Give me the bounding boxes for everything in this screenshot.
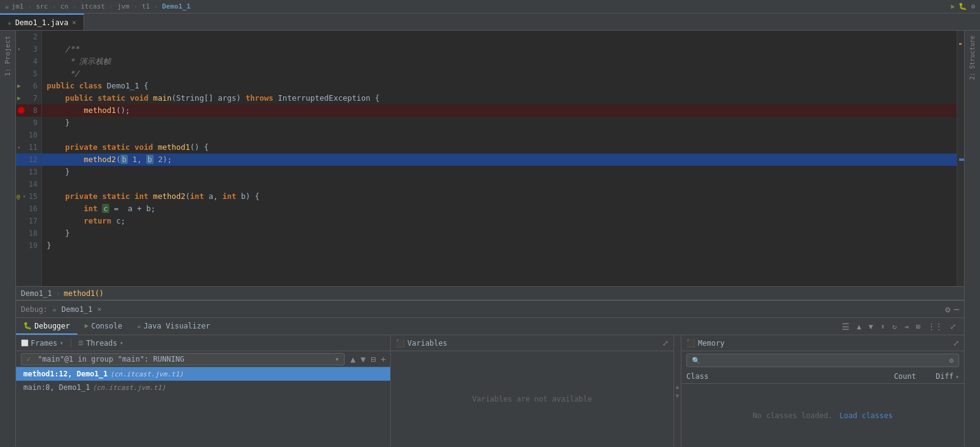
load-classes-link[interactable]: Load classes [839,411,893,420]
code-line-19: } [42,239,957,252]
toolbar-cycle-icon[interactable]: ↻ [889,321,900,333]
toolbar-expand-icon[interactable]: ⤢ [947,321,959,333]
thread-down-btn[interactable]: ▼ [359,353,367,365]
code-line-8: method1(); [42,104,957,117]
code-line-6: public class Demo1_1 { [42,80,957,92]
tab-java-visualizer[interactable]: ☕ Java Visualizer [130,319,218,335]
tab-console[interactable]: ▶ Console [77,319,130,335]
breadcrumb-method: method1() [64,289,104,298]
code-line-14 [42,178,957,190]
tab-label: Demo1_1.java [15,18,69,27]
project-icon: ☕ [5,2,9,10]
frames-tab[interactable]: Frames [31,339,57,348]
memory-expand-btn[interactable]: ⤢ [953,339,959,348]
debug-panel: Debug: ☕ Demo1_1 ✕ ⚙ ─ 🐛 Debugger [16,300,964,447]
toolbar-more-icon[interactable]: ⋮⋮ [925,321,946,333]
code-line-12: method2(b 1, b 2); [42,154,957,166]
breadcrumb-class: Demo1_1 [21,289,52,298]
code-line-18: } [42,227,957,239]
frame-0-name: method1:12, Demo1_1 [23,370,108,378]
run-arrow-6: ▶ [17,80,21,92]
variables-icon: ⬛ [396,339,405,348]
structure-icon[interactable]: 2: Structure [969,36,976,80]
collapse-arrow-11[interactable]: ▾ [17,141,20,154]
frames-dropdown-icon[interactable]: ▾ [60,340,63,346]
frame-item-1[interactable]: main:8, Demo1_1 (cn.itcast.jvm.t1) [16,381,390,394]
code-editor: 2 ▾ 3 4 5 ▶ 6 ▶ 7 [16,31,964,286]
toolbar-table-icon[interactable]: ⊞ [913,321,923,333]
line-numbers: 2 ▾ 3 4 5 ▶ 6 ▶ 7 [16,31,42,286]
toolbar-down-icon[interactable]: ▼ [866,321,876,333]
memory-settings-icon[interactable]: ⚙ [949,356,954,365]
file-icon: ☕ [7,18,12,26]
run-arrow-7: ▶ [17,92,21,104]
threads-tab[interactable]: Threads [86,339,117,348]
debug-memory-panel: ⬛ Memory ⤢ 🔍 ⚙ Class C [681,335,964,447]
thread-add-btn[interactable]: + [379,353,388,365]
frame-0-location: (cn.itcast.jvm.t1) [110,370,183,378]
tab-debugger[interactable]: 🐛 Debugger [16,319,77,335]
code-line-10 [42,129,957,141]
memory-header: ⬛ Memory ⤢ [681,335,964,351]
debug-settings-icon[interactable]: ⚙ [945,305,950,314]
code-line-11: private static void method1() { [42,141,957,154]
toolbar-list-icon[interactable]: ☰ [839,320,853,333]
toolbar-settings-icon[interactable]: ⚙ [971,2,975,10]
visualizer-icon: ☕ [137,322,141,330]
variables-header: ⬛ Variables ⤢ [391,335,673,351]
collapse-arrow-15[interactable]: ▾ [23,190,26,203]
code-line-3: /** [42,43,957,55]
frame-item-0[interactable]: method1:12, Demo1_1 (cn.itcast.jvm.t1) [16,367,390,381]
frames-threads-tabs: ⬜ Frames ▾ | ☰ Threads ▾ [16,335,390,351]
threads-dropdown-icon[interactable]: ▾ [120,340,123,346]
tab-bar: ☕ Demo1_1.java ✕ [0,14,980,31]
debug-tab-close[interactable]: ✕ [98,305,102,313]
col-count: Count [867,372,916,381]
toolbar-step-icon[interactable]: ⇥ [901,321,912,333]
memory-label: Memory [698,339,724,348]
thread-toolbar: ✓ "main"@1 in group "main": RUNNING ▾ ▲ … [16,351,390,367]
debug-header: Debug: ☕ Demo1_1 ✕ ⚙ ─ [16,301,964,318]
scroll-down-arrow[interactable]: ▼ [675,392,679,399]
collapse-arrow-3[interactable]: ▾ [17,43,20,55]
variables-label: Variables [407,339,447,348]
memory-search-input[interactable] [703,356,947,365]
thread-dropdown-arrow: ▾ [335,355,339,363]
diff-dropdown-icon[interactable]: ▾ [955,373,959,380]
variables-expand-btn[interactable]: ⤢ [662,339,668,348]
toolbar-up2-icon[interactable]: ⬆ [877,321,888,333]
annotation-at: @ [17,190,20,203]
toolbar-up-icon[interactable]: ▲ [854,321,864,333]
variables-empty-area: Variables are not available [391,351,673,447]
breakpoint-8[interactable] [18,107,25,114]
col-class: Class [686,372,867,381]
thread-selector[interactable]: ✓ "main"@1 in group "main": RUNNING ▾ [21,353,345,365]
debug-frames-panel: ⬜ Frames ▾ | ☰ Threads ▾ [16,335,391,447]
debug-body: ⬜ Frames ▾ | ☰ Threads ▾ [16,335,964,447]
code-line-2 [42,31,957,43]
tab-close-icon[interactable]: ✕ [72,18,76,26]
debug-variables-panel: ⬛ Variables ⤢ Variables are not availabl… [391,335,674,447]
toolbar-run-icon[interactable]: ▶ [951,2,955,10]
code-line-17: return c; [42,215,957,227]
thread-filter-btn[interactable]: ⊟ [369,353,377,365]
memory-empty: No classes loaded. Load classes [681,384,964,447]
col-diff: Diff ▾ [916,372,959,381]
memory-icon: ⬛ [686,339,696,348]
toolbar-debug-icon[interactable]: 🐛 [958,2,967,10]
diff-label: Diff [936,372,954,381]
tab-demo1-1[interactable]: ☕ Demo1_1.java ✕ [0,14,84,30]
variables-scrollbar: ▲ ▼ [674,335,681,447]
memory-search: 🔍 ⚙ [686,354,959,367]
project-sidebar: 1: Project [0,31,16,447]
breadcrumb: jm1 › src › cn › itcast › jvm › t1 › Dem… [12,2,190,10]
frame-1-name: main:8, Demo1_1 [23,383,90,392]
thread-up-btn[interactable]: ▲ [348,353,357,365]
scroll-up-arrow[interactable]: ▲ [675,383,679,390]
project-icon-sidebar[interactable]: 1: Project [4,36,12,76]
code-line-15: private static int method2(int a, int b)… [42,190,957,203]
search-icon: 🔍 [692,357,700,365]
debug-minimize-icon[interactable]: ─ [954,305,959,314]
console-icon: ▶ [85,322,89,330]
editor-breadcrumb: Demo1_1 › method1() [16,286,964,300]
